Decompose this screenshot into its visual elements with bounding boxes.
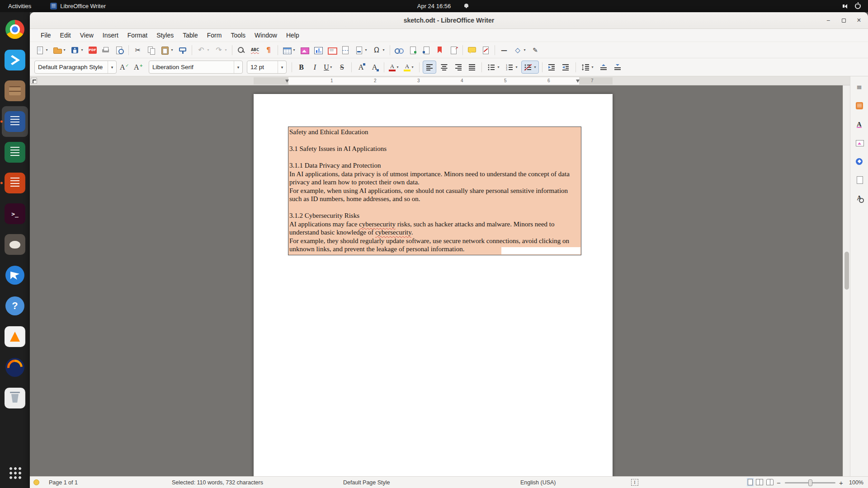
undo-button[interactable]: ↶ <box>195 43 212 56</box>
cut-button[interactable]: ✂ <box>132 43 144 56</box>
menu-edit[interactable]: Edit <box>56 30 75 41</box>
paragraph[interactable]: 3.1.2 Cybersecurity Risks <box>289 211 580 220</box>
app-grid-dock-item[interactable] <box>2 457 28 488</box>
paragraph-style-combo[interactable]: Default Paragraph Style <box>34 61 117 74</box>
dropdown-arrow-icon[interactable] <box>410 65 415 69</box>
paragraph[interactable]: In AI applications, data privacy is of u… <box>289 170 580 187</box>
horizontal-ruler[interactable]: 1234567 <box>30 76 850 85</box>
freeform-line-button[interactable]: ✎ <box>529 43 542 56</box>
combo-dropdown-icon[interactable] <box>234 61 242 73</box>
left-indent-marker[interactable] <box>285 80 289 83</box>
menu-form[interactable]: Form <box>203 30 226 41</box>
dropdown-arrow-icon[interactable] <box>533 65 537 69</box>
increase-paragraph-spacing-button[interactable] <box>597 61 610 74</box>
page-count-status[interactable]: Page 1 of 1 <box>49 479 78 486</box>
misspelled-word[interactable]: cybersecurity <box>359 221 396 228</box>
text-run[interactable]: 3.1.2 Cybersecurity Risks <box>289 212 359 219</box>
multi-page-view-icon[interactable] <box>756 479 763 485</box>
zoom-slider-thumb[interactable] <box>808 479 812 486</box>
dropdown-arrow-icon[interactable] <box>292 48 296 52</box>
paragraph[interactable]: 3.1 Safety Issues in AI Applications <box>289 145 580 153</box>
vertical-scrollbar[interactable] <box>843 85 850 476</box>
print-button[interactable] <box>99 43 112 56</box>
insert-hyperlink-button[interactable] <box>393 43 406 56</box>
new-button[interactable] <box>33 43 50 56</box>
formatting-marks-button[interactable]: ¶ <box>262 43 275 56</box>
text-run[interactable]: . <box>411 229 413 236</box>
save-button[interactable] <box>69 43 85 56</box>
subscript-button[interactable]: A <box>368 61 381 74</box>
text-run[interactable]: For example, when using AI applications,… <box>289 187 568 203</box>
decrease-paragraph-spacing-button[interactable] <box>611 61 624 74</box>
libreoffice-calc-dock-item[interactable] <box>2 137 28 168</box>
strikethrough-button[interactable]: S <box>336 61 348 74</box>
font-size-combo[interactable]: 12 pt <box>247 61 287 74</box>
update-style-button[interactable]: A✓ <box>118 61 131 74</box>
dropdown-arrow-icon[interactable] <box>62 48 66 52</box>
find-replace-button[interactable] <box>235 43 248 56</box>
paragraph[interactable] <box>289 136 580 145</box>
chrome-dock-item[interactable] <box>2 14 28 45</box>
dropdown-arrow-icon[interactable] <box>170 48 174 52</box>
styles-sidebar-button[interactable]: A <box>852 117 867 131</box>
insert-comment-button[interactable] <box>466 43 478 56</box>
text-run[interactable]: 3.1.1 Data Privacy and Protection <box>289 162 381 169</box>
dropdown-arrow-icon[interactable] <box>396 65 400 69</box>
menu-styles[interactable]: Styles <box>152 30 178 41</box>
zoom-out-icon[interactable] <box>777 479 781 486</box>
insert-endnote-button[interactable] <box>420 43 433 56</box>
misspelled-word[interactable]: cybersecurity <box>375 229 411 236</box>
power-icon[interactable] <box>855 3 861 9</box>
titlebar[interactable]: sketch.odt - LibreOffice Writer − × <box>30 12 868 29</box>
superscript-button[interactable]: A <box>355 61 367 74</box>
menu-format[interactable]: Format <box>123 30 152 41</box>
gallery-sidebar-button[interactable] <box>852 136 867 150</box>
decrease-indent-button[interactable] <box>560 61 572 74</box>
page-style-status[interactable]: Default Page Style <box>343 479 390 486</box>
paragraph[interactable]: Safety and Ethical Education <box>289 128 580 136</box>
insert-field-button[interactable] <box>353 43 369 56</box>
dropdown-arrow-icon[interactable] <box>523 48 527 52</box>
paragraph[interactable]: AI applications may face cybersecurity r… <box>289 220 580 237</box>
menu-file[interactable]: File <box>36 30 56 41</box>
gimp-dock-item[interactable] <box>2 229 28 260</box>
insert-page-break-button[interactable] <box>339 43 352 56</box>
export-pdf-button[interactable]: PDF <box>86 43 99 56</box>
menu-window[interactable]: Window <box>250 30 282 41</box>
notification-bell-icon[interactable] <box>464 4 469 9</box>
align-right-button[interactable] <box>452 61 464 74</box>
volume-icon[interactable] <box>843 4 847 9</box>
horizontal-line-button[interactable]: — <box>498 43 510 56</box>
help-dock-item[interactable] <box>2 291 28 321</box>
spelling-button[interactable]: ABC <box>249 43 261 56</box>
sidebar-settings-sidebar-button[interactable]: ≡ <box>852 80 867 94</box>
underline-button[interactable]: U <box>322 61 335 74</box>
single-page-view-icon[interactable] <box>748 479 753 485</box>
dropdown-arrow-icon[interactable] <box>514 65 519 69</box>
firefox-dock-item[interactable] <box>2 352 28 383</box>
files-dock-item[interactable] <box>2 75 28 106</box>
bold-button[interactable]: B <box>295 61 307 74</box>
dropdown-arrow-icon[interactable] <box>224 48 228 52</box>
style-inspector-sidebar-button[interactable]: A <box>852 191 867 206</box>
unordered-list-button[interactable] <box>485 61 502 74</box>
line-spacing-button[interactable] <box>579 61 596 74</box>
page-sidebar-button[interactable] <box>852 173 867 187</box>
thunderbird-dock-item[interactable] <box>2 260 28 291</box>
menu-insert[interactable]: Insert <box>98 30 123 41</box>
text-run[interactable]: For example, they should regularly updat… <box>289 237 569 253</box>
navigator-sidebar-button[interactable] <box>852 154 867 169</box>
paragraph[interactable] <box>289 203 580 212</box>
new-style-button[interactable]: A+ <box>132 61 145 74</box>
paragraph[interactable] <box>289 153 580 162</box>
system-tray[interactable] <box>843 0 868 12</box>
minimize-button[interactable]: − <box>823 15 834 26</box>
status-info-icon[interactable] <box>33 479 39 485</box>
dropdown-arrow-icon[interactable] <box>364 48 368 52</box>
increase-indent-button[interactable] <box>546 61 558 74</box>
insert-table-button[interactable] <box>281 43 297 56</box>
trash-dock-item[interactable] <box>2 383 28 413</box>
menu-tools[interactable]: Tools <box>226 30 250 41</box>
clock-button[interactable]: Apr 24 16:56 <box>417 0 451 12</box>
insert-footnote-button[interactable] <box>406 43 419 56</box>
